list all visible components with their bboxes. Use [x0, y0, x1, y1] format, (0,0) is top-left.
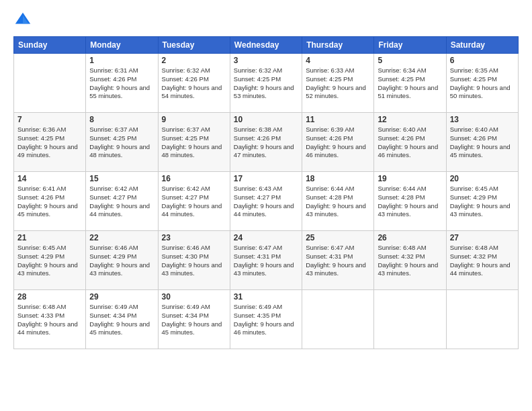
day-cell: 27 Sunrise: 6:48 AM Sunset: 4:32 PM Dayl… [446, 231, 518, 290]
day-info: Sunrise: 6:36 AM Sunset: 4:25 PM Dayligh… [17, 126, 82, 160]
day-cell: 16 Sunrise: 6:42 AM Sunset: 4:27 PM Dayl… [158, 172, 230, 231]
sunset: Sunset: 4:25 PM [450, 75, 497, 83]
daylight: Daylight: 9 hours and 43 minutes. [17, 261, 78, 277]
day-cell: 18 Sunrise: 6:44 AM Sunset: 4:28 PM Dayl… [302, 172, 374, 231]
daylight: Daylight: 9 hours and 47 minutes. [234, 143, 294, 159]
day-info: Sunrise: 6:32 AM Sunset: 4:26 PM Dayligh… [162, 66, 226, 101]
sunset: Sunset: 4:32 PM [378, 253, 425, 260]
day-cell: 22 Sunrise: 6:46 AM Sunset: 4:29 PM Dayl… [86, 231, 158, 290]
day-number: 31 [234, 292, 298, 302]
day-number: 19 [378, 174, 442, 183]
day-cell: 7 Sunrise: 6:36 AM Sunset: 4:25 PM Dayli… [14, 113, 86, 172]
sunrise: Sunrise: 6:34 AM [378, 66, 426, 74]
daylight: Daylight: 9 hours and 43 minutes. [306, 261, 366, 277]
day-cell [446, 290, 518, 349]
daylight: Daylight: 9 hours and 43 minutes. [162, 261, 222, 277]
sunset: Sunset: 4:26 PM [89, 75, 136, 83]
daylight: Daylight: 9 hours and 48 minutes. [89, 143, 150, 159]
day-info: Sunrise: 6:41 AM Sunset: 4:26 PM Dayligh… [17, 185, 82, 219]
sunset: Sunset: 4:33 PM [17, 312, 64, 319]
day-cell: 17 Sunrise: 6:43 AM Sunset: 4:27 PM Dayl… [230, 172, 302, 231]
day-cell: 6 Sunrise: 6:35 AM Sunset: 4:25 PM Dayli… [446, 54, 518, 113]
daylight: Daylight: 9 hours and 43 minutes. [450, 202, 511, 218]
day-number: 26 [378, 233, 442, 242]
day-cell: 12 Sunrise: 6:40 AM Sunset: 4:26 PM Dayl… [374, 113, 446, 172]
day-info: Sunrise: 6:40 AM Sunset: 4:26 PM Dayligh… [450, 126, 515, 160]
sunset: Sunset: 4:25 PM [306, 75, 353, 83]
day-info: Sunrise: 6:43 AM Sunset: 4:27 PM Dayligh… [234, 185, 298, 219]
day-info: Sunrise: 6:48 AM Sunset: 4:32 PM Dayligh… [378, 244, 442, 278]
day-header-friday: Friday [374, 37, 446, 54]
page: SundayMondayTuesdayWednesdayThursdayFrid… [0, 0, 532, 411]
day-info: Sunrise: 6:45 AM Sunset: 4:29 PM Dayligh… [450, 185, 515, 219]
sunset: Sunset: 4:26 PM [162, 75, 209, 83]
sunset: Sunset: 4:25 PM [17, 134, 64, 142]
sunset: Sunset: 4:30 PM [162, 253, 209, 260]
daylight: Daylight: 9 hours and 45 minutes. [17, 202, 78, 218]
day-number: 29 [89, 292, 154, 302]
day-info: Sunrise: 6:46 AM Sunset: 4:29 PM Dayligh… [89, 244, 154, 278]
day-info: Sunrise: 6:47 AM Sunset: 4:31 PM Dayligh… [306, 244, 370, 278]
daylight: Daylight: 9 hours and 46 minutes. [306, 143, 366, 159]
week-row-2: 7 Sunrise: 6:36 AM Sunset: 4:25 PM Dayli… [14, 113, 519, 172]
daylight: Daylight: 9 hours and 44 minutes. [234, 202, 294, 218]
day-info: Sunrise: 6:39 AM Sunset: 4:26 PM Dayligh… [306, 126, 370, 160]
daylight: Daylight: 9 hours and 44 minutes. [162, 202, 222, 218]
sunset: Sunset: 4:26 PM [306, 134, 353, 142]
daylight: Daylight: 9 hours and 43 minutes. [234, 261, 294, 277]
day-number: 6 [450, 56, 515, 65]
daylight: Daylight: 9 hours and 45 minutes. [450, 143, 511, 159]
week-row-1: 1 Sunrise: 6:31 AM Sunset: 4:26 PM Dayli… [14, 54, 519, 113]
day-cell: 28 Sunrise: 6:48 AM Sunset: 4:33 PM Dayl… [14, 290, 86, 349]
day-info: Sunrise: 6:33 AM Sunset: 4:25 PM Dayligh… [306, 66, 370, 101]
day-number: 17 [234, 174, 298, 183]
sunset: Sunset: 4:35 PM [234, 312, 281, 319]
day-cell: 4 Sunrise: 6:33 AM Sunset: 4:25 PM Dayli… [302, 54, 374, 113]
sunset: Sunset: 4:31 PM [306, 253, 353, 260]
sunrise: Sunrise: 6:32 AM [162, 66, 210, 74]
daylight: Daylight: 9 hours and 46 minutes. [234, 320, 294, 336]
header [13, 11, 519, 30]
day-cell: 26 Sunrise: 6:48 AM Sunset: 4:32 PM Dayl… [374, 231, 446, 290]
sunset: Sunset: 4:25 PM [378, 75, 425, 83]
day-number: 12 [378, 115, 442, 124]
day-cell: 8 Sunrise: 6:37 AM Sunset: 4:25 PM Dayli… [86, 113, 158, 172]
day-info: Sunrise: 6:42 AM Sunset: 4:27 PM Dayligh… [89, 185, 154, 219]
daylight: Daylight: 9 hours and 53 minutes. [234, 84, 294, 100]
day-info: Sunrise: 6:48 AM Sunset: 4:32 PM Dayligh… [450, 244, 515, 278]
day-cell [374, 290, 446, 349]
day-info: Sunrise: 6:44 AM Sunset: 4:28 PM Dayligh… [306, 185, 370, 219]
sunset: Sunset: 4:34 PM [89, 312, 136, 319]
day-number: 2 [162, 56, 226, 65]
day-info: Sunrise: 6:32 AM Sunset: 4:25 PM Dayligh… [234, 66, 298, 101]
day-number: 11 [306, 115, 370, 124]
daylight: Daylight: 9 hours and 51 minutes. [378, 84, 438, 100]
sunrise: Sunrise: 6:48 AM [450, 244, 498, 251]
sunset: Sunset: 4:26 PM [17, 193, 64, 201]
daylight: Daylight: 9 hours and 44 minutes. [89, 202, 150, 218]
sunrise: Sunrise: 6:38 AM [234, 126, 282, 133]
sunrise: Sunrise: 6:37 AM [89, 126, 138, 133]
sunrise: Sunrise: 6:45 AM [450, 185, 498, 192]
sunrise: Sunrise: 6:35 AM [450, 66, 498, 74]
sunset: Sunset: 4:34 PM [162, 312, 209, 319]
day-header-wednesday: Wednesday [230, 37, 302, 54]
day-cell [302, 290, 374, 349]
daylight: Daylight: 9 hours and 43 minutes. [306, 202, 366, 218]
day-number: 24 [234, 233, 298, 242]
daylight: Daylight: 9 hours and 54 minutes. [162, 84, 222, 100]
sunset: Sunset: 4:26 PM [234, 134, 281, 142]
day-number: 25 [306, 233, 370, 242]
week-row-4: 21 Sunrise: 6:45 AM Sunset: 4:29 PM Dayl… [14, 231, 519, 290]
sunset: Sunset: 4:29 PM [89, 253, 136, 260]
day-cell: 20 Sunrise: 6:45 AM Sunset: 4:29 PM Dayl… [446, 172, 518, 231]
day-number: 14 [17, 174, 82, 183]
day-cell [14, 54, 86, 113]
day-info: Sunrise: 6:49 AM Sunset: 4:34 PM Dayligh… [89, 303, 154, 337]
week-row-3: 14 Sunrise: 6:41 AM Sunset: 4:26 PM Dayl… [14, 172, 519, 231]
day-cell: 1 Sunrise: 6:31 AM Sunset: 4:26 PM Dayli… [86, 54, 158, 113]
day-number: 3 [234, 56, 298, 65]
daylight: Daylight: 9 hours and 44 minutes. [450, 261, 511, 277]
sunrise: Sunrise: 6:33 AM [306, 66, 354, 74]
logo-icon [13, 11, 32, 30]
